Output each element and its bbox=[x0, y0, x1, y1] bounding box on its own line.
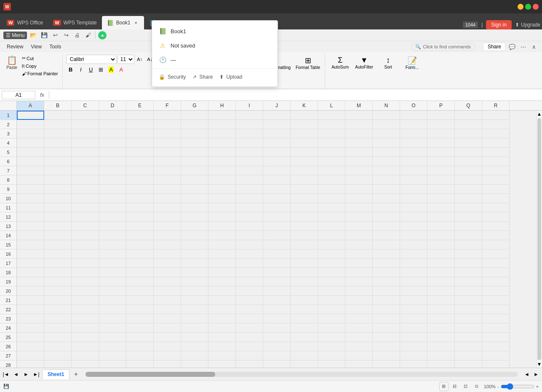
cell-19-6[interactable] bbox=[181, 277, 208, 286]
cell-3-13[interactable] bbox=[373, 129, 400, 138]
cell-26-1[interactable] bbox=[44, 342, 72, 351]
cell-3-8[interactable] bbox=[236, 129, 263, 138]
cell-21-0[interactable] bbox=[17, 296, 44, 305]
cell-25-6[interactable] bbox=[181, 333, 208, 342]
minimize-button[interactable] bbox=[518, 4, 523, 10]
cell-21-5[interactable] bbox=[154, 296, 181, 305]
cell-16-9[interactable] bbox=[263, 249, 291, 259]
cell-10-6[interactable] bbox=[181, 194, 208, 203]
cell-7-11[interactable] bbox=[318, 166, 345, 175]
cell-20-16[interactable] bbox=[455, 286, 482, 296]
vertical-scrollbar[interactable]: ▲ ▼ bbox=[536, 111, 542, 368]
cell-12-2[interactable] bbox=[72, 212, 99, 222]
scroll-thumb-v[interactable] bbox=[537, 118, 541, 360]
popup-security-item[interactable]: 🔒 Security bbox=[159, 74, 186, 80]
cell-28-10[interactable] bbox=[291, 360, 318, 368]
cell-27-9[interactable] bbox=[263, 351, 291, 360]
autosum-button[interactable]: Σ AutoSum bbox=[328, 55, 352, 71]
cell-11-14[interactable] bbox=[400, 203, 427, 212]
row-num-8[interactable]: 8 bbox=[0, 175, 16, 185]
cell-21-2[interactable] bbox=[72, 296, 99, 305]
cell-2-6[interactable] bbox=[181, 120, 208, 129]
cell-8-8[interactable] bbox=[236, 175, 263, 185]
cell-24-7[interactable] bbox=[208, 323, 236, 333]
tab-close-book1[interactable]: × bbox=[133, 20, 139, 26]
cell-7-8[interactable] bbox=[236, 166, 263, 175]
cell-21-15[interactable] bbox=[427, 296, 455, 305]
cell-5-2[interactable] bbox=[72, 148, 99, 157]
col-header-G[interactable]: G bbox=[181, 101, 208, 110]
cell-21-6[interactable] bbox=[181, 296, 208, 305]
cell-16-1[interactable] bbox=[44, 249, 72, 259]
cell-6-1[interactable] bbox=[44, 157, 72, 166]
cell-14-3[interactable] bbox=[99, 231, 126, 240]
cell-28-3[interactable] bbox=[99, 360, 126, 368]
cell-7-3[interactable] bbox=[99, 166, 126, 175]
cell-20-8[interactable] bbox=[236, 286, 263, 296]
cell-21-7[interactable] bbox=[208, 296, 236, 305]
row-num-20[interactable]: 20 bbox=[0, 286, 16, 296]
format-painter-button[interactable]: 🖌 Format Painter bbox=[20, 70, 60, 77]
cell-8-16[interactable] bbox=[455, 175, 482, 185]
cell-25-17[interactable] bbox=[482, 333, 510, 342]
cell-11-10[interactable] bbox=[291, 203, 318, 212]
cell-26-13[interactable] bbox=[373, 342, 400, 351]
cell-3-7[interactable] bbox=[208, 129, 236, 138]
cell-11-3[interactable] bbox=[99, 203, 126, 212]
horizontal-scrollbar[interactable] bbox=[85, 372, 518, 377]
cell-14-7[interactable] bbox=[208, 231, 236, 240]
cell-8-6[interactable] bbox=[181, 175, 208, 185]
cell-26-16[interactable] bbox=[455, 342, 482, 351]
font-size-select[interactable]: 11 bbox=[117, 55, 134, 64]
open-button[interactable]: 📂 bbox=[29, 31, 38, 40]
cell-10-14[interactable] bbox=[400, 194, 427, 203]
cell-16-6[interactable] bbox=[181, 249, 208, 259]
cell-13-9[interactable] bbox=[263, 222, 291, 231]
cell-17-2[interactable] bbox=[72, 259, 99, 268]
row-num-18[interactable]: 18 bbox=[0, 268, 16, 277]
menu-view[interactable]: View bbox=[27, 43, 45, 50]
col-header-D[interactable]: D bbox=[99, 101, 126, 110]
cell-21-10[interactable] bbox=[291, 296, 318, 305]
cell-27-14[interactable] bbox=[400, 351, 427, 360]
cell-15-3[interactable] bbox=[99, 240, 126, 249]
cell-8-3[interactable] bbox=[99, 175, 126, 185]
cell-9-2[interactable] bbox=[72, 185, 99, 194]
scroll-thumb-h[interactable] bbox=[85, 372, 215, 377]
cell-5-5[interactable] bbox=[154, 148, 181, 157]
cell-22-0[interactable] bbox=[17, 305, 44, 314]
cell-25-9[interactable] bbox=[263, 333, 291, 342]
cell-4-14[interactable] bbox=[400, 138, 427, 148]
cell-10-15[interactable] bbox=[427, 194, 455, 203]
cell-11-17[interactable] bbox=[482, 203, 510, 212]
cell-2-1[interactable] bbox=[44, 120, 72, 129]
zoom-out-button[interactable]: - bbox=[497, 384, 499, 389]
popup-share-item[interactable]: ↗ Share bbox=[192, 74, 213, 80]
cell-2-17[interactable] bbox=[482, 120, 510, 129]
cell-1-7[interactable] bbox=[208, 111, 236, 120]
cell-16-17[interactable] bbox=[482, 249, 510, 259]
cell-2-4[interactable] bbox=[126, 120, 154, 129]
cell-16-7[interactable] bbox=[208, 249, 236, 259]
cell-12-5[interactable] bbox=[154, 212, 181, 222]
cell-13-14[interactable] bbox=[400, 222, 427, 231]
row-num-3[interactable]: 3 bbox=[0, 129, 16, 138]
cell-12-8[interactable] bbox=[236, 212, 263, 222]
sheet-nav-next[interactable]: ► bbox=[22, 370, 30, 379]
sheet-nav-prev[interactable]: ◄ bbox=[12, 370, 20, 379]
cell-18-3[interactable] bbox=[99, 268, 126, 277]
cell-4-5[interactable] bbox=[154, 138, 181, 148]
cell-4-4[interactable] bbox=[126, 138, 154, 148]
cell-18-11[interactable] bbox=[318, 268, 345, 277]
cell-24-3[interactable] bbox=[99, 323, 126, 333]
cell-8-15[interactable] bbox=[427, 175, 455, 185]
cell-23-12[interactable] bbox=[345, 314, 373, 323]
cell-26-7[interactable] bbox=[208, 342, 236, 351]
cell-24-11[interactable] bbox=[318, 323, 345, 333]
col-header-H[interactable]: H bbox=[208, 101, 236, 110]
cell-8-4[interactable] bbox=[126, 175, 154, 185]
cell-13-0[interactable] bbox=[17, 222, 44, 231]
cell-15-1[interactable] bbox=[44, 240, 72, 249]
cell-1-9[interactable] bbox=[263, 111, 291, 120]
add-sheet-button[interactable]: + bbox=[71, 370, 80, 379]
